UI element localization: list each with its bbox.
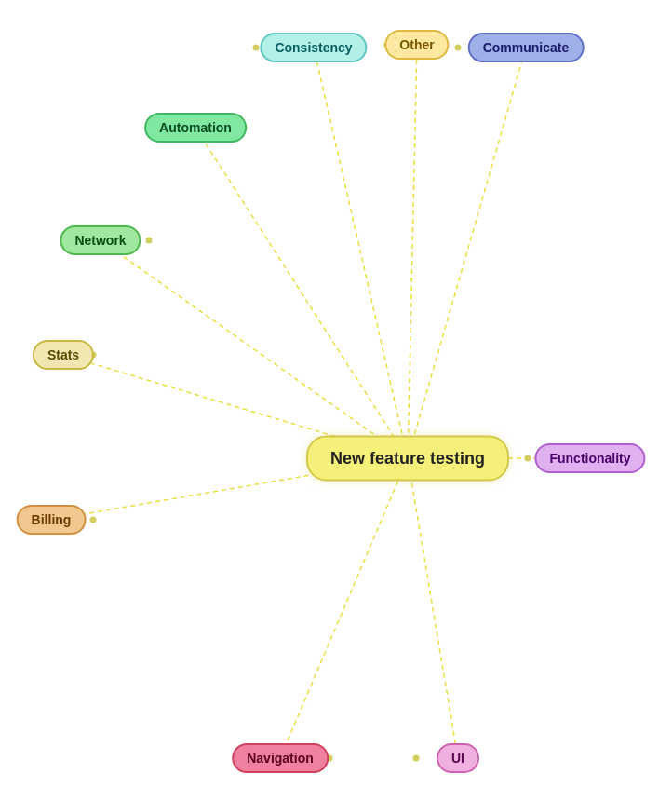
svg-line-0 — [314, 48, 408, 458]
navigation-node[interactable]: Navigation — [232, 743, 329, 773]
communicate-node[interactable]: Communicate — [468, 33, 585, 62]
svg-line-3 — [195, 128, 408, 458]
other-node[interactable]: Other — [384, 30, 449, 60]
dot-functionality — [525, 455, 531, 462]
dot-consistency — [253, 45, 260, 51]
dot-communicate — [455, 45, 462, 51]
mindmap-container: .dashed-line { stroke: #e8e040; stroke-w… — [0, 0, 672, 801]
center-node[interactable]: New feature testing — [306, 436, 509, 482]
ui-node[interactable]: UI — [437, 743, 479, 773]
automation-node[interactable]: Automation — [144, 113, 247, 143]
connection-lines: .dashed-line { stroke: #e8e040; stroke-w… — [0, 0, 672, 801]
consistency-node[interactable]: Consistency — [260, 33, 367, 62]
network-node[interactable]: Network — [60, 225, 141, 255]
stats-node[interactable]: Stats — [33, 340, 94, 370]
svg-line-8 — [280, 458, 408, 758]
svg-line-1 — [408, 45, 417, 458]
dot-billing — [90, 517, 97, 523]
svg-line-2 — [408, 48, 526, 458]
dot-network — [146, 238, 153, 244]
functionality-node[interactable]: Functionality — [534, 443, 645, 473]
svg-line-9 — [408, 458, 458, 758]
svg-line-4 — [101, 240, 408, 458]
dot-ui — [413, 755, 420, 762]
billing-node[interactable]: Billing — [17, 505, 87, 535]
